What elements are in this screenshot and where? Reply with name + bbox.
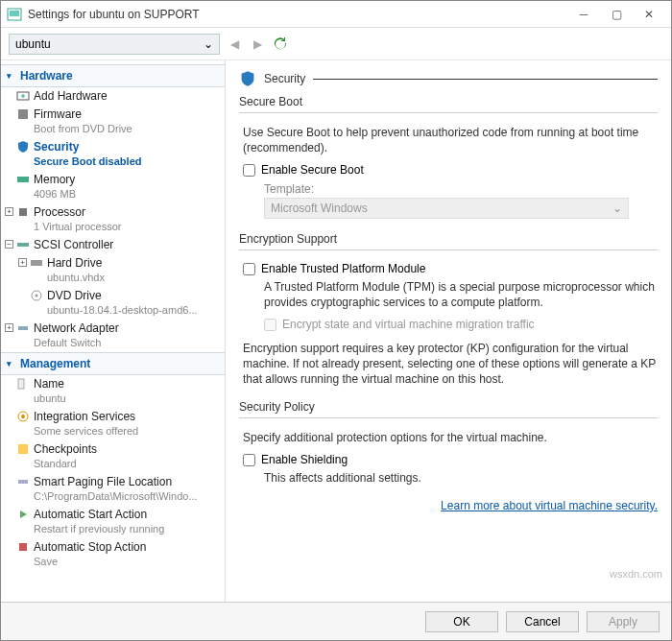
network-icon bbox=[16, 321, 30, 335]
svg-rect-6 bbox=[17, 243, 29, 247]
expander-icon[interactable]: + bbox=[5, 207, 13, 216]
tree-paging[interactable]: Smart Paging File Location C:\ProgramDat… bbox=[1, 473, 225, 506]
shield-icon bbox=[239, 70, 256, 87]
nav-back-button[interactable]: ◀ bbox=[226, 36, 243, 53]
chevron-down-icon: ⌄ bbox=[204, 37, 213, 51]
tree-dvddrive[interactable]: DVD Drive ubuntu-18.04.1-desktop-amd6... bbox=[1, 287, 225, 320]
svg-rect-7 bbox=[31, 260, 42, 266]
svg-rect-3 bbox=[18, 109, 28, 119]
expander-icon[interactable]: + bbox=[18, 258, 27, 267]
vm-selector[interactable]: ubuntu ⌄ bbox=[9, 34, 220, 55]
svg-point-9 bbox=[36, 295, 38, 297]
dialog-footer: OK Cancel Apply bbox=[1, 602, 671, 640]
svg-rect-4 bbox=[17, 177, 29, 182]
content-pane: Security Secure Boot Use Secure Boot to … bbox=[226, 60, 671, 602]
svg-rect-14 bbox=[18, 444, 28, 454]
checkpoints-icon bbox=[16, 442, 30, 456]
paging-icon bbox=[16, 475, 30, 488]
autostop-icon bbox=[16, 540, 30, 554]
enable-secure-boot-checkbox[interactable]: Enable Secure Boot bbox=[243, 163, 658, 177]
svg-rect-1 bbox=[10, 11, 19, 16]
tree-name[interactable]: Name ubuntu bbox=[1, 375, 225, 408]
dvd-icon bbox=[30, 289, 43, 302]
nav-forward-button[interactable]: ▶ bbox=[249, 36, 266, 53]
chevron-down-icon: ⌄ bbox=[612, 202, 622, 215]
tree-security[interactable]: Security Secure Boot disabled bbox=[1, 138, 225, 171]
encrypt-state-checkbox: Encrypt state and virtual machine migrat… bbox=[264, 318, 658, 331]
ok-button[interactable]: OK bbox=[425, 611, 498, 632]
watermark: wsxdn.com bbox=[610, 568, 662, 580]
vm-selector-value: ubuntu bbox=[15, 37, 51, 51]
refresh-button[interactable] bbox=[272, 36, 289, 53]
tree-firmware[interactable]: Firmware Boot from DVD Drive bbox=[1, 106, 225, 138]
harddrive-icon bbox=[30, 256, 43, 270]
svg-rect-16 bbox=[19, 543, 27, 551]
group-security-policy: Security Policy Specify additional prote… bbox=[239, 400, 658, 486]
apply-button[interactable]: Apply bbox=[587, 611, 660, 632]
svg-rect-15 bbox=[18, 480, 28, 484]
integration-icon bbox=[16, 410, 30, 423]
add-hardware-icon bbox=[16, 89, 30, 103]
maximize-button[interactable]: ▢ bbox=[600, 4, 633, 25]
cancel-button[interactable]: Cancel bbox=[506, 611, 579, 632]
tree-integration[interactable]: Integration Services Some services offer… bbox=[1, 408, 225, 440]
firmware-icon bbox=[16, 107, 30, 121]
minimize-button[interactable]: ─ bbox=[567, 4, 600, 25]
svg-point-13 bbox=[21, 415, 25, 418]
tree-checkpoints[interactable]: Checkpoints Standard bbox=[1, 440, 225, 473]
expander-icon[interactable]: + bbox=[5, 323, 13, 332]
tree-add-hardware[interactable]: Add Hardware bbox=[1, 87, 225, 106]
tree-scsi[interactable]: − SCSI Controller bbox=[1, 236, 225, 254]
tree-network[interactable]: + Network Adapter Default Switch bbox=[1, 320, 225, 352]
processor-icon bbox=[16, 205, 30, 219]
section-hardware[interactable]: Hardware bbox=[1, 64, 225, 87]
group-secure-boot: Secure Boot Use Secure Boot to help prev… bbox=[239, 95, 658, 219]
autostart-icon bbox=[16, 508, 30, 521]
toolbar: ubuntu ⌄ ◀ ▶ bbox=[1, 28, 671, 60]
page-title: Security bbox=[264, 72, 305, 85]
learn-more-link[interactable]: Learn more about virtual machine securit… bbox=[239, 499, 658, 512]
tree-autostart[interactable]: Automatic Start Action Restart if previo… bbox=[1, 506, 225, 538]
section-management[interactable]: Management bbox=[1, 352, 225, 375]
tree-harddrive[interactable]: + Hard Drive ubuntu.vhdx bbox=[1, 254, 225, 287]
window-titlebar: Settings for ubuntu on SUPPORT ─ ▢ ✕ bbox=[1, 1, 671, 28]
tree-processor[interactable]: + Processor 1 Virtual processor bbox=[1, 203, 225, 236]
settings-tree: Hardware Add Hardware Firmware Boot from… bbox=[1, 60, 226, 602]
template-dropdown: Microsoft Windows ⌄ bbox=[264, 198, 629, 219]
app-icon bbox=[7, 7, 22, 22]
window-title: Settings for ubuntu on SUPPORT bbox=[28, 8, 567, 21]
name-icon bbox=[16, 377, 30, 391]
shield-icon bbox=[16, 140, 30, 154]
scsi-icon bbox=[16, 238, 30, 251]
svg-rect-5 bbox=[19, 208, 27, 216]
tree-autostop[interactable]: Automatic Stop Action Save bbox=[1, 538, 225, 571]
svg-rect-10 bbox=[18, 326, 28, 330]
tree-memory[interactable]: Memory 4096 MB bbox=[1, 171, 225, 203]
enable-shielding-checkbox[interactable]: Enable Shielding bbox=[243, 453, 658, 466]
group-encryption: Encryption Support Enable Trusted Platfo… bbox=[239, 232, 658, 387]
memory-icon bbox=[16, 173, 30, 186]
svg-rect-11 bbox=[18, 379, 24, 389]
expander-icon[interactable]: − bbox=[5, 240, 13, 249]
close-button[interactable]: ✕ bbox=[633, 4, 665, 25]
enable-tpm-checkbox[interactable]: Enable Trusted Platform Module bbox=[243, 262, 658, 275]
